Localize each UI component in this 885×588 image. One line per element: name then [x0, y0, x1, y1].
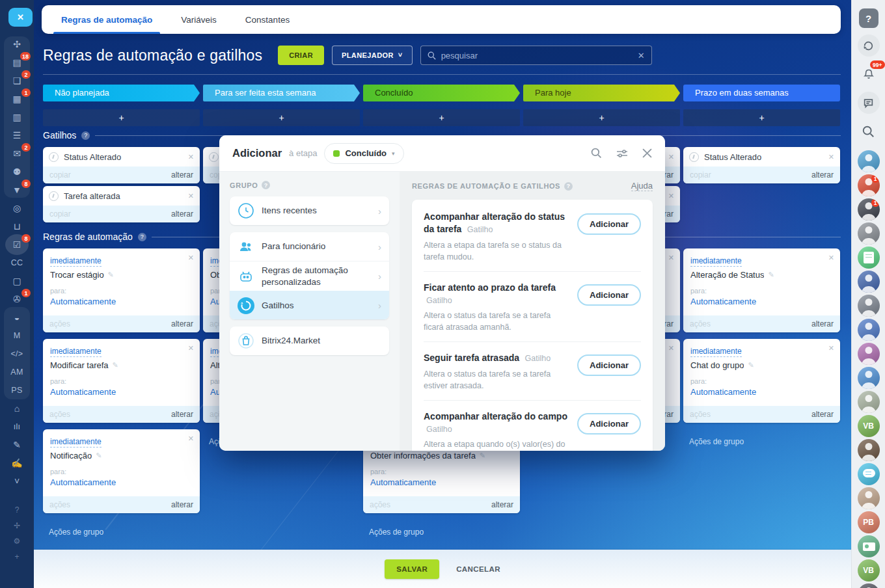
sidebar-item[interactable]: PS: [4, 381, 30, 399]
close-menu-button[interactable]: ✕: [8, 8, 33, 27]
add-rule-button[interactable]: Adicionar: [577, 354, 641, 376]
avatar[interactable]: [858, 439, 880, 461]
group-actions-link[interactable]: Ações de grupo: [689, 437, 744, 446]
avatar[interactable]: PB: [858, 511, 880, 533]
sidebar-item[interactable]: ˅: [4, 472, 30, 490]
stage-header[interactable]: Para hoje: [523, 85, 680, 101]
sidebar-item[interactable]: M: [4, 327, 30, 345]
tab-automation-rules[interactable]: Regras de automação: [61, 5, 152, 34]
actions-link[interactable]: ações: [690, 319, 711, 328]
rule-target-link[interactable]: Automaticamente: [50, 297, 116, 306]
change-link[interactable]: alterar: [171, 170, 193, 180]
tab-variables[interactable]: Variáveis: [181, 5, 217, 34]
change-link[interactable]: alterar: [811, 170, 834, 180]
edit-icon[interactable]: [113, 361, 118, 369]
search-input[interactable]: [441, 51, 633, 60]
change-link[interactable]: alterar: [171, 410, 193, 419]
clear-search-icon[interactable]: [638, 51, 645, 60]
sidebar-item[interactable]: </>: [4, 345, 30, 363]
edit-icon[interactable]: [748, 361, 754, 369]
history-icon[interactable]: [858, 34, 880, 57]
group-item-custom-rules[interactable]: Regras de automação personalizadas: [230, 261, 389, 291]
add-stage-item-button[interactable]: +: [43, 109, 200, 126]
search-icon[interactable]: [858, 120, 880, 142]
stage-selector[interactable]: Concluído: [324, 143, 403, 164]
close-icon[interactable]: [188, 254, 194, 262]
edit-icon[interactable]: [108, 271, 114, 279]
edit-icon[interactable]: [768, 271, 774, 279]
create-button[interactable]: CRIAR: [278, 46, 324, 65]
group-actions-link[interactable]: Ações de grupo: [369, 528, 424, 537]
cancel-button[interactable]: CANCELAR: [456, 565, 500, 573]
notifications-bell-icon[interactable]: 99+: [858, 63, 880, 85]
sidebar-item[interactable]: ▦ 1: [4, 90, 30, 108]
actions-link[interactable]: ações: [49, 500, 70, 509]
close-icon[interactable]: [188, 153, 194, 161]
sidebar-item[interactable]: ☑ 8: [4, 235, 30, 254]
sidebar-item[interactable]: ◎: [4, 199, 30, 217]
stage-header[interactable]: Não planejada: [43, 85, 200, 101]
group-item-market[interactable]: Bitrix24.Market: [230, 327, 389, 355]
copy-link[interactable]: copiar: [690, 170, 711, 180]
sidebar-item[interactable]: +: [4, 549, 30, 565]
edit-icon[interactable]: [96, 451, 102, 460]
sidebar-item[interactable]: ⊔: [4, 217, 30, 235]
change-link[interactable]: alterar: [171, 319, 193, 328]
sidebar-item[interactable]: ✎: [4, 436, 30, 454]
add-stage-item-button[interactable]: +: [523, 109, 680, 126]
actions-link[interactable]: ações: [690, 410, 711, 419]
sidebar-item[interactable]: ✍: [4, 454, 30, 472]
rule-timing-link[interactable]: imediatamente: [690, 347, 742, 357]
avatar[interactable]: [858, 463, 880, 485]
add-rule-button[interactable]: Adicionar: [577, 284, 641, 306]
avatar[interactable]: [858, 343, 880, 365]
add-rule-button[interactable]: Adicionar: [577, 413, 641, 434]
avatar[interactable]: VB: [858, 415, 880, 437]
sidebar-item[interactable]: CC: [4, 254, 30, 272]
group-actions-link[interactable]: Ações de grupo: [49, 528, 103, 537]
sidebar-item[interactable]: ▤ 18: [4, 53, 30, 72]
close-icon[interactable]: [642, 148, 652, 158]
stage-header[interactable]: Prazo em duas semanas: [683, 85, 840, 101]
copy-link[interactable]: copiar: [49, 209, 71, 219]
actions-link[interactable]: ações: [49, 410, 70, 419]
close-icon[interactable]: [828, 153, 834, 161]
tab-constants[interactable]: Constantes: [245, 5, 290, 34]
copy-link[interactable]: copiar: [49, 170, 71, 180]
sidebar-item[interactable]: ❏ 2: [4, 72, 30, 90]
avatar[interactable]: [858, 367, 880, 389]
group-item-employee[interactable]: Para funcionário: [230, 232, 389, 261]
rule-target-link[interactable]: Automaticamente: [370, 477, 436, 487]
help-link[interactable]: Ajuda: [631, 181, 653, 191]
add-rule-button[interactable]: Adicionar: [577, 213, 641, 235]
sidebar-item[interactable]: ◒: [4, 308, 30, 327]
sidebar-item[interactable]: ⌂: [4, 399, 30, 418]
edit-icon[interactable]: [480, 451, 485, 460]
rule-timing-link[interactable]: imediatamente: [690, 256, 742, 267]
actions-link[interactable]: ações: [49, 319, 70, 328]
help-icon[interactable]: [262, 181, 270, 189]
close-icon[interactable]: [188, 434, 194, 443]
close-icon[interactable]: [828, 344, 834, 353]
sidebar-item[interactable]: ✉ 2: [4, 144, 30, 163]
sidebar-item[interactable]: ⚉: [4, 163, 30, 181]
sidebar-item[interactable]: ▢: [4, 272, 30, 290]
close-icon[interactable]: [668, 153, 674, 161]
avatar[interactable]: [858, 150, 880, 172]
help-icon[interactable]: [564, 182, 573, 191]
rule-target-link[interactable]: Automaticamente: [690, 387, 756, 397]
change-link[interactable]: alterar: [171, 500, 193, 509]
rule-target-link[interactable]: Automaticamente: [50, 387, 116, 397]
rule-timing-link[interactable]: imediatamente: [50, 256, 102, 267]
avatar[interactable]: [858, 583, 880, 588]
stage-header[interactable]: Concluído: [363, 85, 520, 101]
planner-dropdown-button[interactable]: PLANEJADOR: [332, 46, 413, 65]
rule-target-link[interactable]: Automaticamente: [50, 477, 116, 487]
sidebar-item[interactable]: AM: [4, 363, 30, 381]
avatar[interactable]: [858, 247, 880, 269]
avatar[interactable]: 1: [858, 174, 880, 196]
change-link[interactable]: alterar: [171, 209, 193, 219]
close-icon[interactable]: [668, 192, 674, 200]
avatar[interactable]: [858, 319, 880, 341]
sidebar-item[interactable]: ?: [4, 502, 30, 518]
